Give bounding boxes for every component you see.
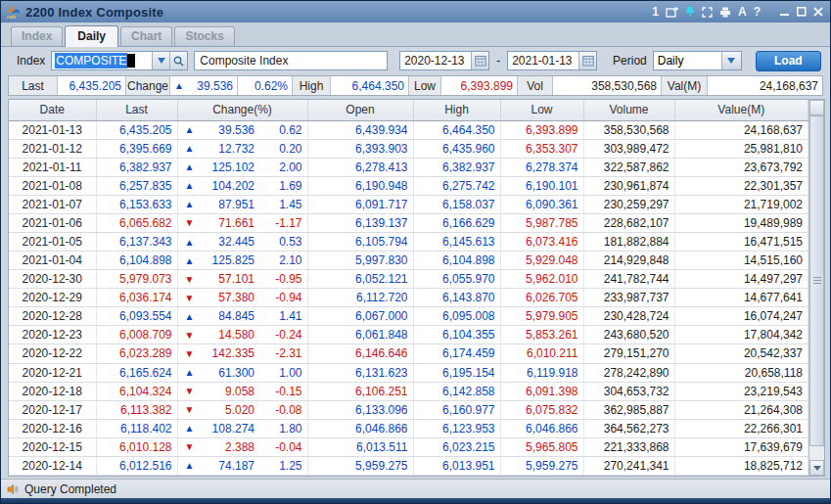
cell-date: 2021-01-13 (9, 120, 96, 139)
date-to-field[interactable]: 2021-01-13 (507, 51, 597, 70)
table-row[interactable]: 2021-01-076,153.633▲87.9511.456,091.7176… (9, 195, 808, 213)
date-from-field[interactable]: 2020-12-13 (399, 51, 489, 70)
column-header-last[interactable]: Last (96, 100, 177, 120)
maximize-button[interactable] (797, 5, 807, 19)
period-select[interactable]: Daily (653, 51, 742, 70)
close-button[interactable] (813, 5, 823, 19)
table-row[interactable]: 2020-12-146,012.516▲74.1871.255,959.2756… (9, 456, 808, 475)
chevron-down-icon (727, 58, 735, 64)
scroll-up-button[interactable] (809, 100, 824, 115)
table-row[interactable]: 2020-12-176,113.382▼5.020-0.086,133.0966… (9, 400, 808, 419)
minimize-button[interactable] (780, 5, 790, 19)
cell-last: 6,382.937 (96, 158, 177, 176)
column-header-volume[interactable]: Volume (583, 100, 674, 120)
column-header-open[interactable]: Open (307, 100, 413, 120)
table-row[interactable]: 2021-01-046,104.898▲125.8252.105,997.830… (9, 252, 808, 270)
help-icon[interactable]: ? (754, 5, 761, 19)
cell-open: 6,146.646 (307, 344, 413, 363)
cell-open: 6,139.137 (307, 213, 413, 232)
popout-icon[interactable] (666, 5, 678, 19)
cell-open: 6,133.096 (307, 400, 413, 419)
thumb-grip (813, 283, 821, 284)
index-name-field[interactable]: Composite Index (194, 51, 388, 70)
up-arrow-icon: ▲ (177, 120, 201, 139)
column-header-low[interactable]: Low (500, 100, 583, 120)
cell-low: 6,073.416 (500, 232, 583, 251)
cell-open: 6,278.413 (307, 158, 413, 176)
table-row[interactable]: 2021-01-066,065.682▼71.661-1.176,139.137… (9, 213, 808, 232)
table-row[interactable]: 2020-12-296,036.174▼57.380-0.946,112.720… (9, 289, 808, 307)
cell-volume: 322,587,862 (583, 158, 674, 176)
cell-change-pct: -0.24 (259, 326, 307, 344)
table-row[interactable]: 2021-01-086,257.835▲104.2021.696,190.948… (9, 176, 808, 195)
cell-change: 108.274 (201, 419, 259, 437)
scroll-down-icon (813, 466, 821, 471)
index-combo[interactable]: COMPOSITE (51, 51, 188, 70)
up-arrow-icon: ▲ (177, 252, 201, 270)
table-row[interactable]: 2020-12-286,093.554▲84.8451.416,067.0006… (9, 307, 808, 326)
table-row[interactable]: 2021-01-136,435.205▲39.5360.626,439.9346… (9, 120, 808, 139)
cell-low: 6,010.211 (500, 344, 583, 363)
down-arrow-icon: ▼ (177, 400, 201, 419)
column-header-change[interactable]: Change(%) (177, 100, 307, 120)
cell-value: 21,264,308 (674, 400, 808, 419)
cell-volume: 364,562,273 (583, 419, 674, 437)
tab-stocks[interactable]: Stocks (174, 26, 234, 46)
index-search-button[interactable] (169, 52, 187, 69)
fullscreen-icon[interactable] (702, 5, 713, 19)
index-input[interactable]: COMPOSITE (52, 52, 152, 69)
summary-val-value: 24,168,637 (708, 76, 822, 95)
scrollbar-track[interactable] (809, 115, 824, 460)
up-arrow-icon: ▲ (177, 363, 201, 382)
svg-text:naik: naik (7, 14, 17, 20)
tab-index[interactable]: Index (11, 26, 63, 46)
titlebar[interactable]: naik 2200 Index Composite 1 A ? (1, 1, 830, 23)
scroll-down-button[interactable] (809, 460, 824, 476)
pin-icon[interactable] (685, 5, 695, 19)
chevron-down-icon (158, 58, 165, 64)
cell-change: 32.445 (201, 232, 259, 251)
tab-bar: IndexDailyChartStocks (1, 23, 830, 47)
up-arrow-icon: ▲ (177, 176, 201, 195)
vertical-scrollbar[interactable] (808, 100, 824, 476)
cell-value: 20,658,118 (674, 363, 808, 382)
column-header-high[interactable]: High (413, 100, 500, 120)
cell-change-pct: 0.53 (259, 232, 307, 251)
table-row[interactable]: 2020-12-166,118.402▲108.2741.806,046.866… (9, 419, 808, 437)
table-row[interactable]: 2020-12-305,979.073▼57.101-0.956,052.121… (9, 270, 808, 289)
table-row[interactable]: 2020-12-236,008.709▼14.580-0.246,061.848… (9, 326, 808, 344)
column-header-date[interactable]: Date (9, 100, 96, 120)
date-from-calendar-button[interactable] (471, 52, 488, 69)
table-row[interactable]: 2021-01-116,382.937▲125.1022.006,278.413… (9, 158, 808, 176)
cell-open: 6,106.251 (307, 382, 413, 400)
cell-value: 17,804,342 (674, 326, 808, 344)
index-dropdown-button[interactable] (152, 52, 169, 69)
period-dropdown-button[interactable] (721, 52, 741, 69)
cell-change-pct: 2.00 (259, 158, 307, 176)
cell-volume: 230,428,724 (583, 307, 674, 326)
table-row[interactable]: 2020-12-216,165.624▲61.3001.006,131.6236… (9, 363, 808, 382)
down-arrow-icon: ▼ (177, 289, 201, 307)
scrollbar-thumb[interactable] (809, 115, 824, 446)
date-to-calendar-button[interactable] (578, 52, 596, 69)
cell-change: 142.335 (201, 344, 259, 363)
table-row[interactable]: 2020-12-156,010.128▼2.388-0.046,013.5116… (9, 437, 808, 456)
cell-date: 2021-01-04 (9, 252, 96, 270)
down-arrow-icon: ▼ (177, 382, 201, 400)
tab-daily[interactable]: Daily (65, 25, 118, 47)
cell-change: 61.300 (201, 363, 259, 382)
tab-chart[interactable]: Chart (120, 26, 172, 46)
cell-low: 6,090.361 (500, 195, 583, 213)
table-row[interactable]: 2020-12-226,023.289▼142.335-2.316,146.64… (9, 344, 808, 363)
table-row[interactable]: 2020-12-186,104.324▼9.058-0.156,106.2516… (9, 382, 808, 400)
column-header-valuem[interactable]: Value(M) (674, 100, 808, 120)
cell-change-pct: 0.62 (259, 120, 307, 139)
window-bottom-border (1, 498, 830, 503)
font-icon[interactable]: A (738, 5, 747, 19)
table-row[interactable]: 2021-01-056,137.343▲32.4450.536,105.7946… (9, 232, 808, 251)
cell-value: 18,825,712 (674, 456, 808, 475)
cell-high: 6,160.977 (413, 400, 500, 419)
table-row[interactable]: 2021-01-126,395.669▲12.7320.206,393.9036… (9, 139, 808, 158)
print-icon[interactable] (719, 5, 731, 19)
load-button[interactable]: Load (756, 51, 821, 71)
